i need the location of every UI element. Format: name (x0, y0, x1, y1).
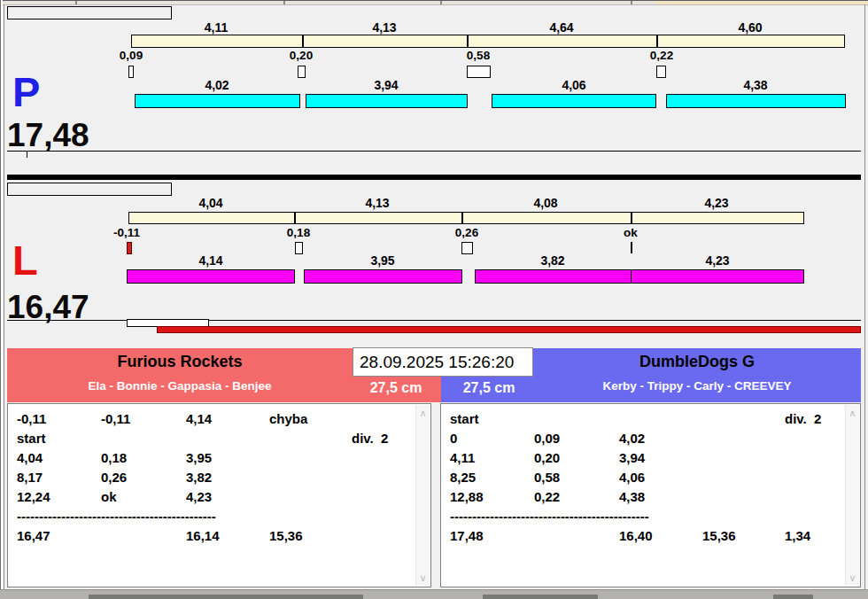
result-log-cell: 8,17 (17, 469, 43, 486)
l-split-time: -0,11 (113, 226, 140, 239)
scroll-up-icon[interactable]: ∧ (846, 408, 859, 418)
left-result-rows: -0,11-0,114,14chybastartdiv. 24,040,183,… (8, 404, 415, 587)
result-log-cell: 4,06 (619, 469, 645, 486)
statusbar-cutoff-text (89, 595, 363, 599)
right-team-dogs: Kerby - Trippy - Carly - CREEVEY (533, 379, 861, 393)
p-dog-time: 4,06 (562, 78, 585, 92)
result-log-cell: ok (101, 488, 117, 506)
scroll-down-icon[interactable]: ∨ (416, 572, 430, 583)
right-log-scrollbar[interactable]: ∧ ∨ (845, 405, 859, 586)
datetime-display: 28.09.2025 15:26:20 (353, 347, 533, 377)
p-split-time: 0,20 (290, 49, 313, 62)
statusbar-cutoff-text (773, 595, 813, 599)
result-log-cell: 3,95 (186, 449, 212, 467)
p-dog-bar (135, 94, 300, 108)
p-lane-seg-time: 4,60 (738, 20, 762, 35)
window-left-inner-edge (4, 4, 4, 589)
left-log-scrollbar[interactable]: ∧ ∨ (415, 405, 430, 586)
result-log-cell: start (450, 410, 479, 428)
right-result-log[interactable]: startdiv. 200,094,024,110,203,948,250,58… (440, 403, 861, 587)
result-log-cell: 0,20 (534, 449, 560, 467)
result-log-cell: 8,25 (450, 469, 476, 486)
l-lane-divider (461, 213, 463, 223)
result-log-cell: 15,36 (269, 527, 303, 545)
result-log-cell: 0,58 (534, 469, 560, 486)
l-top-lane (128, 212, 804, 224)
l-dog-bar (304, 269, 462, 284)
l-total-time: 16,47 (7, 291, 89, 323)
p-dog-bar (306, 94, 468, 108)
l-split-time: ok (624, 226, 638, 239)
p-split-time: 0,22 (650, 49, 673, 62)
p-total-time: 17,48 (7, 119, 89, 152)
p-lane-seg-time: 4,13 (372, 20, 396, 35)
result-log-cell: ----------------------------------------… (450, 508, 649, 525)
result-log-cell: div. 2 (785, 410, 821, 428)
result-log-cell: -0,11 (101, 410, 130, 428)
l-dog-time: 3,95 (370, 253, 394, 268)
p-lane-divider (656, 35, 658, 47)
p-split-gap-box (298, 66, 306, 78)
flyball-timer-window: 4,11 4,13 4,64 4,60 0,09 0,20 0,58 0,22 … (0, 0, 868, 599)
start-lights-l (7, 183, 172, 196)
result-log-cell: 4,04 (17, 449, 43, 467)
scroll-down-icon[interactable]: ∨ (846, 572, 859, 583)
result-log-cell: 16,40 (619, 527, 653, 545)
l-lane-divider (631, 213, 632, 223)
panel-top-border (0, 4, 868, 5)
l-split-fault-box (127, 242, 132, 254)
result-log-cell: 4,02 (619, 430, 645, 447)
result-log-cell: 4,14 (186, 410, 212, 428)
p-split-gap-box (128, 66, 134, 78)
left-jump-height: 27,5 cm (351, 380, 441, 396)
result-log-cell: 12,88 (450, 488, 484, 506)
result-log-cell: 16,47 (17, 527, 50, 545)
result-log-cell: 17,48 (450, 527, 484, 545)
l-dog-time: 3,82 (540, 253, 564, 268)
left-team-dogs: Ela - Bonnie - Gappasia - Benjee (7, 379, 353, 393)
right-result-rows: startdiv. 200,094,024,110,203,948,250,58… (441, 404, 845, 587)
result-log-cell: 1,34 (785, 527, 810, 545)
l-split-gap-box (295, 242, 303, 254)
statusbar-cutoff-strip (0, 589, 868, 599)
result-log-cell: 0,18 (101, 449, 127, 467)
p-split-time: 0,09 (120, 49, 143, 62)
p-lane-seg-time: 4,11 (205, 20, 228, 35)
result-log-cell: -0,11 (17, 410, 46, 428)
result-log-cell: 0 (450, 430, 457, 447)
result-log-cell: 16,14 (186, 527, 220, 545)
l-dog-bar (127, 269, 295, 284)
start-lights-p (7, 6, 172, 19)
l-dog-time: 4,23 (705, 253, 729, 268)
l-split-time: 0,26 (455, 226, 478, 239)
left-result-log[interactable]: -0,11-0,114,14chybastartdiv. 24,040,183,… (7, 403, 431, 587)
result-log-cell: 4,11 (450, 449, 475, 467)
p-panel-tick (27, 152, 27, 158)
p-lane-seg-time: 4,64 (549, 20, 573, 35)
l-lane-seg-time: 4,04 (198, 196, 222, 210)
result-log-cell: 15,36 (702, 527, 736, 545)
scroll-up-icon[interactable]: ∧ (416, 408, 430, 418)
p-dog-time: 4,02 (205, 78, 229, 92)
p-lane-divider (302, 35, 304, 47)
statusbar-cutoff-text (483, 595, 598, 599)
p-split-gap-box (656, 66, 666, 78)
result-log-cell: chyba (269, 410, 307, 428)
l-dog-bar (631, 269, 804, 284)
right-jump-height: 27,5 cm (445, 380, 533, 396)
result-log-cell: 0,26 (101, 469, 127, 486)
l-lane-seg-time: 4,23 (704, 196, 728, 210)
l-dog-bar (475, 269, 632, 284)
result-log-cell: div. 2 (352, 430, 388, 447)
result-log-cell: start (17, 430, 46, 447)
window-right-edge (864, 4, 865, 589)
l-split-time: 0,18 (287, 226, 310, 239)
result-log-cell: 4,38 (619, 488, 645, 506)
result-log-cell: 3,94 (619, 449, 645, 467)
p-panel-underline (7, 151, 861, 152)
p-dog-time: 4,38 (743, 78, 767, 92)
l-lane-seg-time: 4,08 (533, 196, 557, 210)
l-split-ok-tick (631, 242, 632, 253)
l-progress-red-bar (157, 326, 861, 333)
l-dog-time: 4,14 (198, 253, 222, 268)
